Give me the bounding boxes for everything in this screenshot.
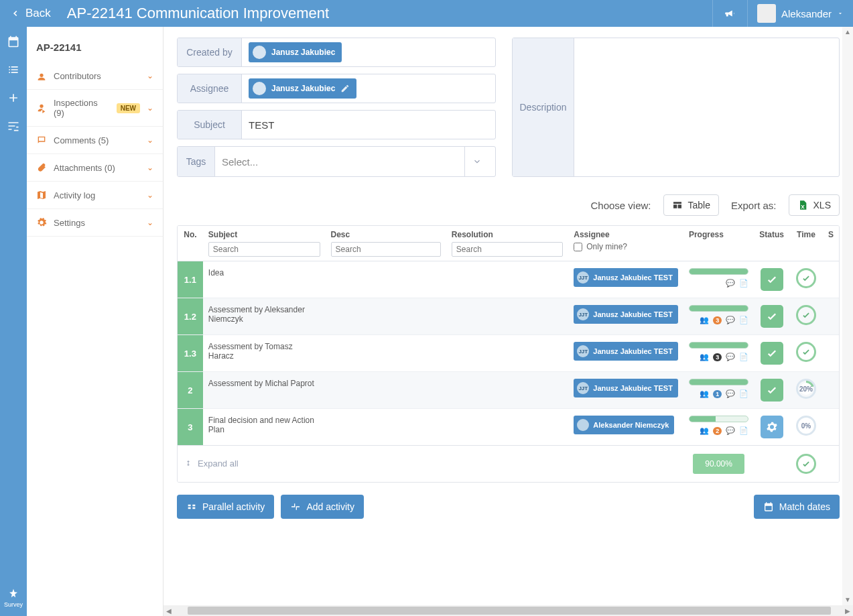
avatar: JJT — [577, 345, 589, 357]
row-status[interactable] — [754, 335, 789, 372]
col-assignee: Assignee Only mine? — [568, 226, 683, 261]
back-label: Back — [25, 7, 51, 20]
description-box[interactable]: Description — [512, 38, 840, 177]
export-xls-button[interactable]: XLS — [789, 194, 840, 216]
progress-icons: 👥3 💬 📄 — [689, 316, 748, 324]
table-row[interactable]: 3 Final decision and new Action Plan Ale… — [178, 409, 839, 446]
row-assignee: JJT Janusz Jakubiec TEST — [568, 298, 683, 335]
assignee-pill[interactable]: Janusz Jakubiec — [249, 78, 356, 99]
col-subject: Subject — [203, 226, 326, 261]
assignee-pill[interactable]: JJT Janusz Jakubiec TEST — [574, 268, 678, 287]
calendar-icon[interactable] — [7, 35, 20, 48]
assignee-field: Assignee Janusz Jakubiec — [177, 74, 496, 103]
sidebar-item-users[interactable]: Contributors ⌄ — [27, 62, 163, 90]
status-badge — [761, 379, 783, 402]
table-row[interactable]: 2 Assessment by Michal Paprot JJT Janusz… — [178, 372, 839, 409]
sidebar-item-map[interactable]: Activity log ⌄ — [27, 182, 163, 209]
sidebar: AP-22141 Contributors ⌄ Inspections (9) … — [27, 27, 163, 616]
vertical-scrollbar[interactable]: ▲▼ — [842, 27, 853, 605]
progress-bar — [689, 342, 748, 349]
col-time: Time — [789, 226, 823, 261]
parallel-icon — [186, 501, 197, 512]
avatar: JJT — [577, 382, 589, 394]
table-row[interactable]: 1.3 Assessment by Tomasz Haracz JJT Janu… — [178, 335, 839, 372]
assignee-pill[interactable]: JJT Janusz Jakubiec TEST — [574, 342, 678, 361]
progress-icons: 👥2 💬 📄 — [689, 426, 748, 435]
row-status[interactable] — [754, 261, 789, 298]
created-by-label: Created by — [178, 38, 242, 66]
row-assignee: Aleksander Niemczyk — [568, 409, 683, 446]
chevron-down-icon: ⌄ — [147, 135, 153, 145]
chevron-down-icon: ⌄ — [147, 218, 153, 227]
progress-icons: 👥3 💬 📄 — [689, 353, 748, 361]
tags-field[interactable]: Tags Select... — [177, 146, 496, 177]
row-time — [789, 298, 823, 335]
assignee-pill[interactable]: JJT Janusz Jakubiec TEST — [574, 305, 678, 324]
row-desc — [326, 372, 446, 409]
expand-all-button[interactable]: Expand all — [184, 458, 239, 469]
horizontal-scrollbar[interactable]: ◀▶ — [163, 605, 853, 616]
match-dates-button[interactable]: Match dates — [754, 495, 840, 519]
desc-search[interactable] — [331, 242, 441, 257]
user-menu[interactable]: Aleksander — [747, 0, 853, 27]
paperclip-icon — [36, 162, 47, 173]
list-icon[interactable] — [7, 63, 20, 76]
created-by-pill[interactable]: Janusz Jakubiec — [249, 42, 342, 62]
doc-mini-icon: 📄 — [739, 426, 748, 435]
table-row[interactable]: 1.2 Assessment by Aleksander Niemczyk JJ… — [178, 298, 839, 335]
comment-mini-icon: 💬 — [726, 316, 735, 324]
sidebar-code: AP-22141 — [27, 42, 163, 62]
sidebar-item-comments[interactable]: Comments (5) ⌄ — [27, 127, 163, 154]
back-button[interactable]: Back — [0, 7, 62, 20]
sliders-icon[interactable] — [7, 119, 20, 133]
row-progress: 👥3 💬 📄 — [683, 298, 754, 335]
row-status[interactable] — [754, 298, 789, 335]
sidebar-item-paperclip[interactable]: Attachments (0) ⌄ — [27, 154, 163, 182]
comment-mini-icon: 💬 — [726, 279, 735, 288]
users-mini-icon: 👥 — [700, 389, 709, 398]
row-progress: 👥2 💬 📄 — [683, 409, 754, 446]
user-play-icon — [36, 103, 47, 113]
plus-icon[interactable] — [7, 91, 20, 105]
users-mini-icon: 👥 — [700, 316, 709, 324]
table-row[interactable]: 1.1 Idea JJT Janusz Jakubiec TEST 💬 📄 — [178, 261, 839, 298]
row-desc — [326, 261, 446, 298]
comment-mini-icon: 💬 — [726, 389, 735, 398]
subject-search[interactable] — [208, 242, 320, 257]
app-header: Back AP-22141 Communication Improvement … — [0, 0, 853, 27]
comments-icon — [36, 135, 47, 145]
row-s — [823, 409, 839, 446]
view-table-button[interactable]: Table — [663, 194, 719, 216]
subject-input[interactable] — [249, 119, 488, 131]
row-subject: Assessment by Aleksander Niemczyk — [203, 298, 326, 335]
assignee-pill[interactable]: Aleksander Niemczyk — [574, 416, 674, 434]
assignee-pill[interactable]: JJT Janusz Jakubiec TEST — [574, 379, 678, 397]
left-rail: Survey — [0, 27, 27, 616]
user-avatar — [757, 4, 776, 23]
row-number: 3 — [178, 409, 203, 446]
sidebar-item-gear[interactable]: Settings ⌄ — [27, 209, 163, 237]
row-status[interactable] — [754, 409, 789, 446]
sidebar-item-user-play[interactable]: Inspections (9) NEW ⌄ — [27, 90, 163, 127]
survey-button[interactable]: Survey — [4, 588, 23, 608]
progress-icons: 👥1 💬 📄 — [689, 389, 748, 398]
row-resolution — [446, 372, 568, 409]
survey-label: Survey — [4, 601, 23, 608]
row-status[interactable] — [754, 372, 789, 409]
avatar — [253, 46, 266, 59]
doc-mini-icon: 📄 — [739, 316, 748, 324]
gear-icon — [36, 217, 47, 228]
col-status: Status — [754, 226, 789, 261]
row-time: 20% — [789, 372, 823, 409]
created-by-field: Created by Janusz Jakubiec — [177, 38, 496, 67]
main-content: ▲▼ Created by Janusz Jakubiec — [163, 27, 853, 616]
add-activity-button[interactable]: Add activity — [281, 495, 364, 519]
parallel-activity-button[interactable]: Parallel activity — [177, 495, 274, 519]
doc-mini-icon: 📄 — [739, 389, 748, 398]
export-as-label: Export as: — [731, 200, 777, 211]
resolution-search[interactable] — [452, 242, 563, 257]
row-resolution — [446, 335, 568, 372]
avatar — [577, 419, 589, 431]
only-mine-toggle[interactable]: Only mine? — [574, 242, 678, 251]
announcements-button[interactable] — [712, 0, 747, 27]
